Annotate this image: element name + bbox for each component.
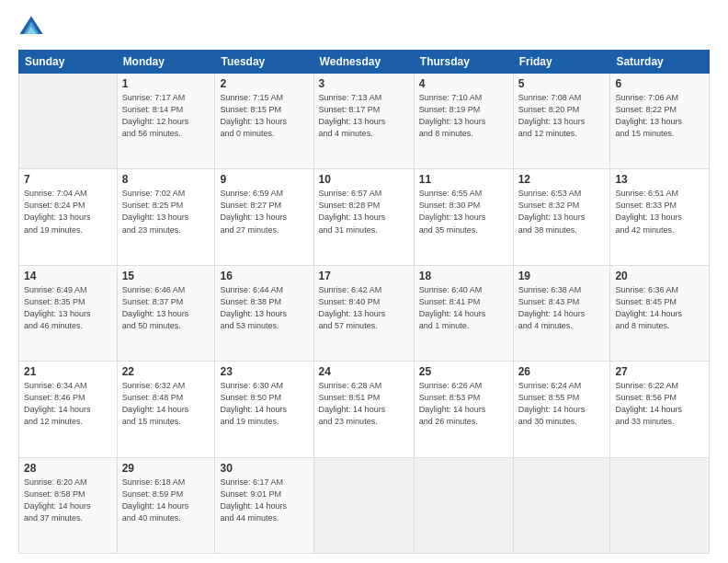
day-number: 7 <box>24 173 112 186</box>
day-number: 25 <box>419 365 508 378</box>
day-number: 2 <box>220 77 308 90</box>
weekday-header-row: SundayMondayTuesdayWednesdayThursdayFrid… <box>19 51 710 74</box>
week-row-5: 28Sunrise: 6:20 AM Sunset: 8:58 PM Dayli… <box>19 457 710 553</box>
day-info: Sunrise: 6:53 AM Sunset: 8:32 PM Dayligh… <box>518 188 606 236</box>
day-number: 17 <box>319 270 409 282</box>
day-cell <box>19 74 118 169</box>
day-cell: 30Sunrise: 6:17 AM Sunset: 9:01 PM Dayli… <box>215 457 313 553</box>
day-number: 28 <box>24 462 112 475</box>
day-number: 22 <box>122 365 210 378</box>
day-cell: 8Sunrise: 7:02 AM Sunset: 8:25 PM Daylig… <box>117 169 215 265</box>
day-info: Sunrise: 7:08 AM Sunset: 8:20 PM Dayligh… <box>518 92 606 140</box>
day-cell <box>610 457 710 553</box>
day-cell: 10Sunrise: 6:57 AM Sunset: 8:28 PM Dayli… <box>313 169 414 265</box>
day-cell: 9Sunrise: 6:59 AM Sunset: 8:27 PM Daylig… <box>215 169 313 265</box>
day-info: Sunrise: 6:59 AM Sunset: 8:27 PM Dayligh… <box>220 188 308 236</box>
day-cell: 19Sunrise: 6:38 AM Sunset: 8:43 PM Dayli… <box>513 265 610 361</box>
weekday-header-friday: Friday <box>513 51 610 74</box>
day-cell: 3Sunrise: 7:13 AM Sunset: 8:17 PM Daylig… <box>313 74 414 169</box>
weekday-header-sunday: Sunday <box>19 51 118 74</box>
weekday-header-thursday: Thursday <box>414 51 513 74</box>
day-info: Sunrise: 6:57 AM Sunset: 8:28 PM Dayligh… <box>319 188 409 236</box>
day-number: 6 <box>615 77 704 90</box>
day-info: Sunrise: 6:42 AM Sunset: 8:40 PM Dayligh… <box>319 284 409 332</box>
day-number: 10 <box>319 173 409 186</box>
day-cell: 18Sunrise: 6:40 AM Sunset: 8:41 PM Dayli… <box>414 265 513 361</box>
day-number: 20 <box>615 270 704 282</box>
day-info: Sunrise: 6:18 AM Sunset: 8:59 PM Dayligh… <box>122 477 210 524</box>
day-cell: 28Sunrise: 6:20 AM Sunset: 8:58 PM Dayli… <box>19 457 118 553</box>
day-info: Sunrise: 7:06 AM Sunset: 8:22 PM Dayligh… <box>615 92 704 140</box>
day-number: 1 <box>122 77 210 90</box>
week-row-3: 14Sunrise: 6:49 AM Sunset: 8:35 PM Dayli… <box>19 265 710 361</box>
day-cell: 20Sunrise: 6:36 AM Sunset: 8:45 PM Dayli… <box>610 265 710 361</box>
day-info: Sunrise: 7:04 AM Sunset: 8:24 PM Dayligh… <box>24 188 112 236</box>
day-cell: 12Sunrise: 6:53 AM Sunset: 8:32 PM Dayli… <box>513 169 610 265</box>
day-cell: 17Sunrise: 6:42 AM Sunset: 8:40 PM Dayli… <box>313 265 414 361</box>
day-cell: 16Sunrise: 6:44 AM Sunset: 8:38 PM Dayli… <box>215 265 313 361</box>
day-cell: 4Sunrise: 7:10 AM Sunset: 8:19 PM Daylig… <box>414 74 513 169</box>
day-number: 19 <box>518 270 606 282</box>
weekday-header-wednesday: Wednesday <box>313 51 414 74</box>
day-number: 8 <box>122 173 210 186</box>
week-row-4: 21Sunrise: 6:34 AM Sunset: 8:46 PM Dayli… <box>19 362 710 457</box>
day-info: Sunrise: 6:38 AM Sunset: 8:43 PM Dayligh… <box>518 284 606 332</box>
weekday-header-monday: Monday <box>117 51 215 74</box>
day-number: 5 <box>518 77 606 90</box>
day-cell: 26Sunrise: 6:24 AM Sunset: 8:55 PM Dayli… <box>513 362 610 457</box>
day-number: 16 <box>220 270 308 282</box>
logo-icon <box>18 15 44 40</box>
day-cell: 1Sunrise: 7:17 AM Sunset: 8:14 PM Daylig… <box>117 74 215 169</box>
day-cell: 5Sunrise: 7:08 AM Sunset: 8:20 PM Daylig… <box>513 74 610 169</box>
day-cell: 23Sunrise: 6:30 AM Sunset: 8:50 PM Dayli… <box>215 362 313 457</box>
day-info: Sunrise: 6:20 AM Sunset: 8:58 PM Dayligh… <box>24 477 112 524</box>
day-info: Sunrise: 7:10 AM Sunset: 8:19 PM Dayligh… <box>419 92 508 140</box>
day-number: 13 <box>615 173 704 186</box>
day-info: Sunrise: 6:24 AM Sunset: 8:55 PM Dayligh… <box>518 380 606 428</box>
day-info: Sunrise: 6:51 AM Sunset: 8:33 PM Dayligh… <box>615 188 704 236</box>
day-number: 18 <box>419 270 508 282</box>
day-cell: 14Sunrise: 6:49 AM Sunset: 8:35 PM Dayli… <box>19 265 118 361</box>
day-cell: 21Sunrise: 6:34 AM Sunset: 8:46 PM Dayli… <box>19 362 118 457</box>
day-number: 15 <box>122 270 210 282</box>
weekday-header-saturday: Saturday <box>610 51 710 74</box>
header <box>18 15 710 40</box>
day-info: Sunrise: 6:30 AM Sunset: 8:50 PM Dayligh… <box>220 380 308 428</box>
day-number: 27 <box>615 365 704 378</box>
day-info: Sunrise: 6:36 AM Sunset: 8:45 PM Dayligh… <box>615 284 704 332</box>
day-number: 30 <box>220 462 308 475</box>
day-number: 3 <box>319 77 409 90</box>
day-info: Sunrise: 6:32 AM Sunset: 8:48 PM Dayligh… <box>122 380 210 428</box>
week-row-2: 7Sunrise: 7:04 AM Sunset: 8:24 PM Daylig… <box>19 169 710 265</box>
day-info: Sunrise: 6:46 AM Sunset: 8:37 PM Dayligh… <box>122 284 210 332</box>
day-info: Sunrise: 6:40 AM Sunset: 8:41 PM Dayligh… <box>419 284 508 332</box>
day-cell: 11Sunrise: 6:55 AM Sunset: 8:30 PM Dayli… <box>414 169 513 265</box>
day-number: 21 <box>24 365 112 378</box>
day-cell: 27Sunrise: 6:22 AM Sunset: 8:56 PM Dayli… <box>610 362 710 457</box>
logo <box>18 15 48 40</box>
week-row-1: 1Sunrise: 7:17 AM Sunset: 8:14 PM Daylig… <box>19 74 710 169</box>
day-cell: 24Sunrise: 6:28 AM Sunset: 8:51 PM Dayli… <box>313 362 414 457</box>
calendar-table: SundayMondayTuesdayWednesdayThursdayFrid… <box>18 50 710 554</box>
day-number: 14 <box>24 270 112 282</box>
day-info: Sunrise: 6:22 AM Sunset: 8:56 PM Dayligh… <box>615 380 704 428</box>
page: SundayMondayTuesdayWednesdayThursdayFrid… <box>0 0 728 563</box>
day-number: 12 <box>518 173 606 186</box>
day-cell: 25Sunrise: 6:26 AM Sunset: 8:53 PM Dayli… <box>414 362 513 457</box>
day-info: Sunrise: 7:02 AM Sunset: 8:25 PM Dayligh… <box>122 188 210 236</box>
day-number: 26 <box>518 365 606 378</box>
day-number: 9 <box>220 173 308 186</box>
day-info: Sunrise: 6:44 AM Sunset: 8:38 PM Dayligh… <box>220 284 308 332</box>
day-number: 4 <box>419 77 508 90</box>
day-cell: 22Sunrise: 6:32 AM Sunset: 8:48 PM Dayli… <box>117 362 215 457</box>
day-number: 29 <box>122 462 210 475</box>
day-info: Sunrise: 7:17 AM Sunset: 8:14 PM Dayligh… <box>122 92 210 140</box>
weekday-header-tuesday: Tuesday <box>215 51 313 74</box>
day-number: 23 <box>220 365 308 378</box>
day-info: Sunrise: 6:26 AM Sunset: 8:53 PM Dayligh… <box>419 380 508 428</box>
day-cell <box>414 457 513 553</box>
day-cell: 29Sunrise: 6:18 AM Sunset: 8:59 PM Dayli… <box>117 457 215 553</box>
day-cell <box>513 457 610 553</box>
day-info: Sunrise: 6:55 AM Sunset: 8:30 PM Dayligh… <box>419 188 508 236</box>
day-info: Sunrise: 7:15 AM Sunset: 8:15 PM Dayligh… <box>220 92 308 140</box>
